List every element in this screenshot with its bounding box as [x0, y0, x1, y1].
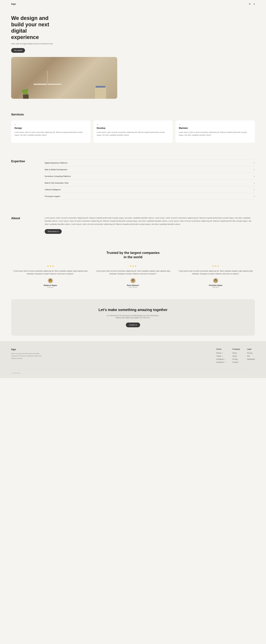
- quote-0: "Lorem ipsum dolor sit amet consectetur …: [11, 270, 90, 275]
- reviewer-name-0: Rebecca Hayes: [11, 284, 90, 286]
- chevron-icon-2: ∨: [253, 175, 255, 177]
- star-icon: ★: [217, 265, 219, 268]
- star-icon: ★: [52, 265, 54, 268]
- chevron-icon-0: ∨: [253, 162, 255, 164]
- card-desc-develop: Lorem ipsum, dolor sit amet consectetur …: [97, 131, 169, 136]
- table-decoration: [34, 84, 61, 85]
- footer-link-github[interactable]: Github ↗: [216, 352, 225, 354]
- theme-toggle-icon[interactable]: ☀: [248, 2, 251, 6]
- testimonials-row: ★ ★ ★ "Lorem ipsum dolor sit amet consec…: [11, 265, 255, 288]
- hero-section: We design and build your next digital ex…: [0, 8, 266, 104]
- service-card-design: 01 Design Lorem ipsum, dolor sit amet co…: [11, 120, 91, 143]
- expertise-item-1[interactable]: Web & Mobile Development ∨: [45, 166, 255, 173]
- expertise-section: Expertise Digital Experience Platforms ∨…: [0, 151, 266, 208]
- footer-logo: logo: [11, 348, 42, 351]
- expertise-title: Expertise: [11, 160, 36, 163]
- cta-section: Let's make something amazing together Ac…: [11, 299, 255, 336]
- footer-col-social: Social Github ↗ Twitter ↗ Instagram ↗ Fa…: [216, 348, 225, 364]
- expertise-title-col: Expertise: [11, 160, 36, 167]
- avatar-1: 👩: [130, 278, 136, 283]
- table-leg: [47, 71, 48, 85]
- contact-us-button[interactable]: Contact us: [126, 322, 140, 327]
- expertise-item-5[interactable]: Full project support ∨: [45, 193, 255, 200]
- read-about-us-button[interactable]: Read about us: [45, 229, 62, 234]
- stars-1: ★ ★ ★: [94, 265, 172, 268]
- footer-link-404[interactable]: 404: [247, 355, 255, 357]
- footer-link-twitter[interactable]: Twitter ↗: [216, 355, 225, 357]
- menu-icon[interactable]: ≡: [253, 3, 255, 6]
- footer-link-instagram[interactable]: Instagram ↗: [216, 358, 225, 360]
- hero-subtext: Anim aute id magna aliqua ad ad non dese…: [11, 42, 56, 45]
- nav-logo[interactable]: logo: [11, 3, 16, 5]
- star-icon: ★: [49, 265, 51, 268]
- star-icon: ★: [132, 265, 134, 268]
- star-icon: ★: [215, 265, 217, 268]
- card-number-1: 01: [15, 124, 87, 126]
- footer-link-home[interactable]: Home: [232, 352, 240, 354]
- footer-link-about[interactable]: About: [232, 355, 240, 357]
- star-icon: ★: [47, 265, 49, 268]
- about-section: About Lorem ipsum, dolor sit amet consec…: [0, 208, 266, 242]
- chevron-icon-3: ∨: [253, 182, 255, 184]
- footer-heading-legal: Legal: [247, 348, 255, 350]
- avatar-2: 👩: [213, 278, 218, 283]
- nav-actions: ☀ ≡: [248, 2, 255, 6]
- chair-cushion: [96, 86, 105, 88]
- chevron-icon-5: ∨: [253, 196, 255, 197]
- chevron-icon-1: ∨: [253, 169, 255, 170]
- expertise-label-1: Web & Mobile Development: [45, 168, 67, 170]
- card-number-3: 03: [179, 124, 251, 126]
- hero-image: 🌿: [11, 57, 117, 99]
- footer-link-privacy[interactable]: Privacy: [247, 352, 255, 354]
- copyright: © 2023 Stone: [11, 372, 21, 374]
- star-icon: ★: [135, 265, 137, 268]
- card-desc-design: Lorem ipsum, dolor sit amet consectetur …: [15, 131, 87, 136]
- footer-link-pricing[interactable]: Pricing: [232, 358, 240, 360]
- about-title-col: About: [11, 216, 36, 224]
- trusted-section: Trusted by the largest companiesin the w…: [0, 242, 266, 296]
- quote-2: "Lorem ipsum dolor sit amet consectetur …: [176, 270, 255, 275]
- github-label: Github: [216, 352, 221, 354]
- services-section: Services 01 Design Lorem ipsum, dolor si…: [0, 104, 266, 151]
- expertise-item-4[interactable]: Artificial Intelligence ∨: [45, 186, 255, 193]
- expertise-item-3[interactable]: Build & Test Automation Tools ∨: [45, 180, 255, 186]
- footer-link-styleguide[interactable]: Styleguide: [247, 358, 255, 360]
- external-link-icon: ↗: [224, 362, 225, 363]
- expertise-label-2: Serverless Computing Platforms: [45, 175, 71, 177]
- services-cards: 01 Design Lorem ipsum, dolor sit amet co…: [11, 120, 255, 143]
- footer-heading-company: Company: [232, 348, 240, 350]
- expertise-items-list: Digital Experience Platforms ∨ Web & Mob…: [45, 160, 255, 200]
- avatar-0: 👩: [48, 278, 53, 283]
- stars-0: ★ ★ ★: [11, 265, 90, 268]
- plant-pot-icon: [23, 94, 29, 99]
- expertise-label-4: Artificial Intelligence: [45, 188, 61, 191]
- star-icon: ★: [129, 265, 131, 268]
- get-started-button[interactable]: Get started: [11, 48, 25, 53]
- footer: logo Stone is a premium Astro theme spec…: [0, 341, 266, 378]
- external-link-icon: ↗: [222, 355, 223, 357]
- card-title-develop: Develop: [97, 127, 169, 130]
- reviewer-role-1: Team Leader: [94, 286, 172, 288]
- footer-col-company: Company Home About Pricing Contact: [232, 348, 240, 364]
- footer-link-facebook[interactable]: Facebook ↗: [216, 361, 225, 363]
- footer-heading-social: Social: [216, 348, 225, 350]
- card-desc-maintain: Lorem ipsum, dolor sit amet consectetur …: [179, 131, 251, 136]
- cta-desc: Ac euismod vel sit maecenas id pellentes…: [106, 314, 160, 319]
- plant-leaves-icon: 🌿: [22, 89, 29, 95]
- footer-link-contact[interactable]: Contact: [232, 361, 240, 363]
- footer-links: Social Github ↗ Twitter ↗ Instagram ↗ Fa…: [216, 348, 255, 364]
- stars-2: ★ ★ ★: [176, 265, 255, 268]
- testimonial-0: ★ ★ ★ "Lorem ipsum dolor sit amet consec…: [11, 265, 90, 288]
- expertise-item-2[interactable]: Serverless Computing Platforms ∨: [45, 173, 255, 180]
- navbar: logo ☀ ≡: [0, 0, 266, 8]
- expertise-item-0[interactable]: Digital Experience Platforms ∨: [45, 160, 255, 166]
- reviewer-role-0: Designer: [11, 286, 90, 288]
- testimonial-2: ★ ★ ★ "Lorem ipsum dolor sit amet consec…: [176, 265, 255, 288]
- footer-brand-desc: Stone is a premium Astro theme specially…: [11, 352, 42, 360]
- reviewer-role-2: Manager: [176, 286, 255, 288]
- service-card-maintain: 03 Maintain Lorem ipsum, dolor sit amet …: [175, 120, 255, 143]
- expertise-label-5: Full project support: [45, 195, 60, 197]
- footer-col-legal: Legal Privacy 404 Styleguide: [247, 348, 255, 364]
- about-content: Lorem ipsum, dolor sit amet consectetur …: [45, 216, 255, 234]
- trusted-title: Trusted by the largest companiesin the w…: [11, 250, 255, 259]
